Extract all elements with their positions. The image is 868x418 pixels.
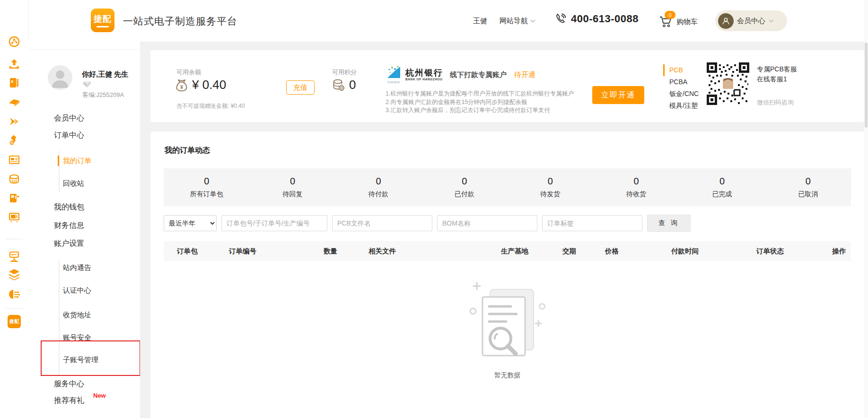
balance-amount: ¥ 0.40 [192,78,226,92]
sidebar-item-service-center[interactable]: 服务中心 [54,379,84,389]
tab-mold-injection[interactable]: 模具/注塑 [663,100,699,112]
bank-instructions: 1.杭州银行专属账户是为捷配每个用户开放的线下汇款杭州银行专属账户 2.向专属账… [386,90,574,115]
service-tabs: PCB PCBA 钣金/CNC 模具/注塑 [663,64,699,112]
stencil-icon[interactable] [8,116,20,128]
cart-button[interactable]: 0 购物车 [658,14,698,28]
counter-paid[interactable]: 0 已付款 [421,168,508,206]
active-indicator [58,156,59,166]
col-related-files: 相关文件 [359,247,491,256]
annotation-highlight-box [41,340,140,376]
server-host-icon[interactable] [8,251,20,263]
col-order-package: 订单包 [164,247,219,256]
tab-pcba[interactable]: PCBA [663,76,699,88]
hotline-number: 400-613-0088 [571,13,639,25]
search-button[interactable]: 查 询 [647,215,691,232]
hotline: 400-613-0088 [554,13,639,25]
order-number-input[interactable] [221,215,327,231]
header-username-link[interactable]: 王健 [473,17,487,26]
layers-icon[interactable] [8,268,20,280]
chevron-down-icon [769,19,774,23]
sidebar-item-certification[interactable]: 认证中心 [63,286,91,295]
service-icon-rail: 捷配 [0,0,29,418]
counter-pending-payment[interactable]: 0 待付款 [335,168,421,206]
date-range-select[interactable]: 最近半年 [164,215,217,231]
site-nav-label: 网站导航 [500,17,528,26]
bank-account-title: 线下打款专属账户 [450,70,507,79]
sidebar-item-shipping-address[interactable]: 收货地址 [63,311,91,320]
points-amount: 0 [349,78,356,92]
sidebar-item-referral[interactable]: 推荐有礼 [54,396,84,406]
monitor-icon[interactable] [8,211,20,223]
rail-divider [6,308,23,309]
col-price: 价格 [596,247,662,256]
orders-table-header: 订单包 订单编号 数量 相关文件 生产基地 交期 价格 付款时间 订单状态 操作 [164,241,851,261]
member-card-icon[interactable] [8,154,20,166]
jiepei-mini-logo-icon[interactable]: 捷配 [8,315,21,328]
auction-gavel-icon[interactable] [8,135,20,147]
col-order-number: 订单编号 [219,247,314,256]
bank-name: 杭州银行 [405,69,443,77]
col-lead-time: 交期 [553,247,596,256]
wallet-bank-card: 可用余额 ¥ ¥ 0.40 充值 含不可提现赠送金额: ¥0.40 可用积分 0… [150,50,864,122]
sidebar-item-member-center[interactable]: 会员中心 [54,113,84,123]
tab-sheetmetal-cnc[interactable]: 钣金/CNC [663,88,699,100]
scrollbar-thumb[interactable] [865,43,868,128]
counter-pending-reply[interactable]: 0 待回复 [250,168,336,206]
wechat-qr-code [707,62,749,105]
sidebar-item-finance-info[interactable]: 财务信息 [54,221,84,231]
counter-pending-receipt[interactable]: 0 待收货 [593,168,679,206]
pcb-filename-input[interactable] [332,215,432,231]
user-greeting: 你好,王健 先生 [82,70,128,79]
tab-pcb[interactable]: PCB [663,64,699,76]
open-now-button[interactable]: 立即开通 [592,86,644,104]
phone-icon [554,13,567,25]
bank-logo-sub: hzbank [387,80,400,84]
site-title: 一站式电子制造服务平台 [123,15,237,28]
svg-text:¥: ¥ [180,85,183,90]
col-actions: 操作 [823,247,851,256]
member-center-label: 会员中心 [737,17,765,26]
circuit-board-icon[interactable] [8,35,20,48]
orders-section-title: 我的订单动态 [165,146,210,156]
jiepei-logo[interactable]: 捷配 [91,9,114,32]
qr-caption-agent: 在线客服1 [757,75,787,84]
recharge-button[interactable]: 充值 [286,80,315,95]
money-bag-icon: ¥ [175,78,188,92]
orders-card: 我的订单动态 0 所有订单包 0 待回复 0 待付款 0 已付款 0 待发货 0… [150,131,864,418]
counter-cancelled[interactable]: 0 已取消 [765,168,851,206]
cart-label: 购物车 [676,17,698,28]
empty-state: 暂无数据 [150,279,864,380]
site-nav-dropdown[interactable]: 网站导航 [500,17,535,26]
pos-device-icon[interactable] [8,192,20,204]
empty-state-text: 暂无数据 [494,371,521,380]
sidebar-item-order-center[interactable]: 订单中心 [54,131,84,140]
bom-name-input[interactable] [437,215,537,231]
bom-sheet-icon[interactable] [8,77,20,89]
upload-icon[interactable] [8,58,20,70]
user-avatar[interactable] [48,65,72,90]
sidebar-item-site-notice[interactable]: 站内通告 [63,263,91,272]
order-filters: 最近半年 查 询 [164,215,691,232]
col-quantity: 数量 [314,247,359,256]
new-badge: New [93,392,106,399]
sidebar-item-recycle-bin[interactable]: 回收站 [63,179,84,188]
ai-brain-icon[interactable] [8,288,20,301]
counter-pending-shipment[interactable]: 0 待发货 [508,168,594,206]
member-center-menu[interactable]: 会员中心 [715,10,787,31]
col-order-status: 订单状态 [747,247,823,256]
order-tag-input[interactable] [542,215,642,231]
copper-coil-icon[interactable] [8,173,20,185]
cart-badge: 0 [665,11,675,19]
points-label: 可用积分 [332,68,357,77]
smt-patch-icon[interactable] [8,96,20,109]
bank-instruction-line: 3.汇款转入账户余额后，别忘记去订单中心完成待付款订单支付 [386,106,574,115]
customer-code: 客编:J255209A [82,91,124,99]
counter-all-packages[interactable]: 0 所有订单包 [164,168,250,206]
sidebar-item-account-settings[interactable]: 账户设置 [54,239,84,249]
counter-completed[interactable]: 0 已完成 [679,168,765,206]
sidebar-item-my-wallet[interactable]: 我的钱包 [54,202,84,212]
sidebar: 你好,王健 先生 客编:J255209A 会员中心 订单中心 我的订单 回收站 … [28,42,140,418]
sidebar-item-my-orders[interactable]: 我的订单 [63,157,91,165]
rail-divider [6,239,23,239]
bank-header: hzbank 杭州银行 BANK OF HANGZHOU 线下打款专属账户 待开… [386,65,535,84]
